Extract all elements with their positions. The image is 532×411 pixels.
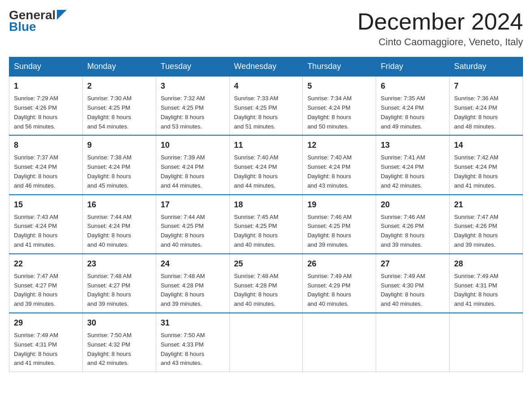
calendar-table: SundayMondayTuesdayWednesdayThursdayFrid… (9, 57, 523, 372)
day-info: Sunrise: 7:49 AMSunset: 4:31 PMDaylight:… (454, 272, 518, 309)
day-info: Sunrise: 7:30 AMSunset: 4:25 PMDaylight:… (87, 94, 151, 131)
calendar-cell: 16Sunrise: 7:44 AMSunset: 4:24 PMDayligh… (82, 195, 156, 254)
calendar-cell: 13Sunrise: 7:41 AMSunset: 4:24 PMDayligh… (376, 135, 450, 194)
title-block: December 2024 Cinto Caomaggiore, Veneto,… (357, 9, 523, 48)
svg-marker-0 (57, 10, 67, 20)
day-info: Sunrise: 7:46 AMSunset: 4:25 PMDaylight:… (307, 213, 371, 250)
calendar-cell (229, 313, 303, 372)
day-info: Sunrise: 7:39 AMSunset: 4:24 PMDaylight:… (161, 153, 225, 190)
calendar-cell: 14Sunrise: 7:42 AMSunset: 4:24 PMDayligh… (450, 135, 523, 194)
calendar-cell: 18Sunrise: 7:45 AMSunset: 4:25 PMDayligh… (229, 195, 303, 254)
day-number: 15 (14, 199, 78, 211)
day-number: 14 (454, 139, 518, 151)
calendar-cell: 28Sunrise: 7:49 AMSunset: 4:31 PMDayligh… (450, 254, 523, 313)
day-number: 13 (381, 139, 445, 151)
day-number: 29 (14, 317, 78, 329)
calendar-cell (303, 313, 376, 372)
calendar-cell: 4Sunrise: 7:33 AMSunset: 4:25 PMDaylight… (229, 76, 303, 135)
day-info: Sunrise: 7:49 AMSunset: 4:30 PMDaylight:… (381, 272, 445, 309)
day-number: 7 (454, 80, 518, 92)
calendar-week-row: 29Sunrise: 7:49 AMSunset: 4:31 PMDayligh… (9, 313, 523, 372)
col-header-tuesday: Tuesday (156, 57, 229, 77)
day-info: Sunrise: 7:43 AMSunset: 4:24 PMDaylight:… (14, 213, 78, 250)
day-number: 5 (307, 80, 371, 92)
calendar-cell: 27Sunrise: 7:49 AMSunset: 4:30 PMDayligh… (376, 254, 450, 313)
calendar-cell: 21Sunrise: 7:47 AMSunset: 4:26 PMDayligh… (450, 195, 523, 254)
calendar-cell: 11Sunrise: 7:40 AMSunset: 4:24 PMDayligh… (229, 135, 303, 194)
calendar-cell (376, 313, 450, 372)
calendar-cell: 20Sunrise: 7:46 AMSunset: 4:26 PMDayligh… (376, 195, 450, 254)
page-header: General Blue December 2024 Cinto Caomagg… (9, 9, 523, 48)
day-number: 2 (87, 80, 151, 92)
day-number: 23 (87, 258, 151, 270)
calendar-week-row: 22Sunrise: 7:47 AMSunset: 4:27 PMDayligh… (9, 254, 523, 313)
col-header-wednesday: Wednesday (229, 57, 303, 77)
day-number: 3 (161, 80, 225, 92)
calendar-cell: 23Sunrise: 7:48 AMSunset: 4:27 PMDayligh… (82, 254, 156, 313)
day-number: 21 (454, 199, 518, 211)
day-number: 28 (454, 258, 518, 270)
day-info: Sunrise: 7:29 AMSunset: 4:26 PMDaylight:… (14, 94, 78, 131)
calendar-cell: 7Sunrise: 7:36 AMSunset: 4:24 PMDaylight… (450, 76, 523, 135)
day-number: 25 (234, 258, 298, 270)
day-number: 30 (87, 317, 151, 329)
day-info: Sunrise: 7:50 AMSunset: 4:32 PMDaylight:… (87, 331, 151, 368)
day-info: Sunrise: 7:44 AMSunset: 4:25 PMDaylight:… (161, 213, 225, 250)
day-number: 8 (14, 139, 78, 151)
day-info: Sunrise: 7:49 AMSunset: 4:31 PMDaylight:… (14, 331, 78, 368)
day-number: 18 (234, 199, 298, 211)
calendar-cell: 2Sunrise: 7:30 AMSunset: 4:25 PMDaylight… (82, 76, 156, 135)
day-number: 17 (161, 199, 225, 211)
logo: General Blue (9, 9, 67, 34)
logo-text-blue: Blue (9, 20, 36, 34)
col-header-sunday: Sunday (9, 57, 83, 77)
calendar-week-row: 15Sunrise: 7:43 AMSunset: 4:24 PMDayligh… (9, 195, 523, 254)
calendar-cell: 29Sunrise: 7:49 AMSunset: 4:31 PMDayligh… (9, 313, 83, 372)
calendar-week-row: 1Sunrise: 7:29 AMSunset: 4:26 PMDaylight… (9, 76, 523, 135)
col-header-thursday: Thursday (303, 57, 376, 77)
calendar-cell: 25Sunrise: 7:48 AMSunset: 4:28 PMDayligh… (229, 254, 303, 313)
day-info: Sunrise: 7:45 AMSunset: 4:25 PMDaylight:… (234, 213, 298, 250)
calendar-cell: 15Sunrise: 7:43 AMSunset: 4:24 PMDayligh… (9, 195, 83, 254)
calendar-cell: 17Sunrise: 7:44 AMSunset: 4:25 PMDayligh… (156, 195, 229, 254)
calendar-cell: 19Sunrise: 7:46 AMSunset: 4:25 PMDayligh… (303, 195, 376, 254)
day-info: Sunrise: 7:36 AMSunset: 4:24 PMDaylight:… (454, 94, 518, 131)
calendar-cell: 8Sunrise: 7:37 AMSunset: 4:24 PMDaylight… (9, 135, 83, 194)
day-info: Sunrise: 7:48 AMSunset: 4:28 PMDaylight:… (234, 272, 298, 309)
location-subtitle: Cinto Caomaggiore, Veneto, Italy (357, 36, 523, 48)
day-number: 19 (307, 199, 371, 211)
day-number: 27 (381, 258, 445, 270)
day-info: Sunrise: 7:34 AMSunset: 4:24 PMDaylight:… (307, 94, 371, 131)
day-number: 26 (307, 258, 371, 270)
day-number: 11 (234, 139, 298, 151)
day-number: 16 (87, 199, 151, 211)
day-number: 24 (161, 258, 225, 270)
day-info: Sunrise: 7:35 AMSunset: 4:24 PMDaylight:… (381, 94, 445, 131)
day-info: Sunrise: 7:42 AMSunset: 4:24 PMDaylight:… (454, 153, 518, 190)
col-header-saturday: Saturday (450, 57, 523, 77)
calendar-cell: 10Sunrise: 7:39 AMSunset: 4:24 PMDayligh… (156, 135, 229, 194)
day-info: Sunrise: 7:44 AMSunset: 4:24 PMDaylight:… (87, 213, 151, 250)
day-number: 9 (87, 139, 151, 151)
col-header-friday: Friday (376, 57, 450, 77)
calendar-cell: 9Sunrise: 7:38 AMSunset: 4:24 PMDaylight… (82, 135, 156, 194)
month-title: December 2024 (357, 9, 523, 34)
calendar-cell: 31Sunrise: 7:50 AMSunset: 4:33 PMDayligh… (156, 313, 229, 372)
day-number: 1 (14, 80, 78, 92)
day-info: Sunrise: 7:37 AMSunset: 4:24 PMDaylight:… (14, 153, 78, 190)
day-info: Sunrise: 7:47 AMSunset: 4:27 PMDaylight:… (14, 272, 78, 309)
calendar-cell: 5Sunrise: 7:34 AMSunset: 4:24 PMDaylight… (303, 76, 376, 135)
day-info: Sunrise: 7:38 AMSunset: 4:24 PMDaylight:… (87, 153, 151, 190)
calendar-cell: 24Sunrise: 7:48 AMSunset: 4:28 PMDayligh… (156, 254, 229, 313)
calendar-cell: 26Sunrise: 7:49 AMSunset: 4:29 PMDayligh… (303, 254, 376, 313)
day-number: 31 (161, 317, 225, 329)
day-info: Sunrise: 7:40 AMSunset: 4:24 PMDaylight:… (234, 153, 298, 190)
calendar-week-row: 8Sunrise: 7:37 AMSunset: 4:24 PMDaylight… (9, 135, 523, 194)
day-number: 12 (307, 139, 371, 151)
day-info: Sunrise: 7:32 AMSunset: 4:25 PMDaylight:… (161, 94, 225, 131)
day-info: Sunrise: 7:46 AMSunset: 4:26 PMDaylight:… (381, 213, 445, 250)
calendar-cell: 12Sunrise: 7:40 AMSunset: 4:24 PMDayligh… (303, 135, 376, 194)
day-number: 20 (381, 199, 445, 211)
day-info: Sunrise: 7:49 AMSunset: 4:29 PMDaylight:… (307, 272, 371, 309)
calendar-cell: 30Sunrise: 7:50 AMSunset: 4:32 PMDayligh… (82, 313, 156, 372)
